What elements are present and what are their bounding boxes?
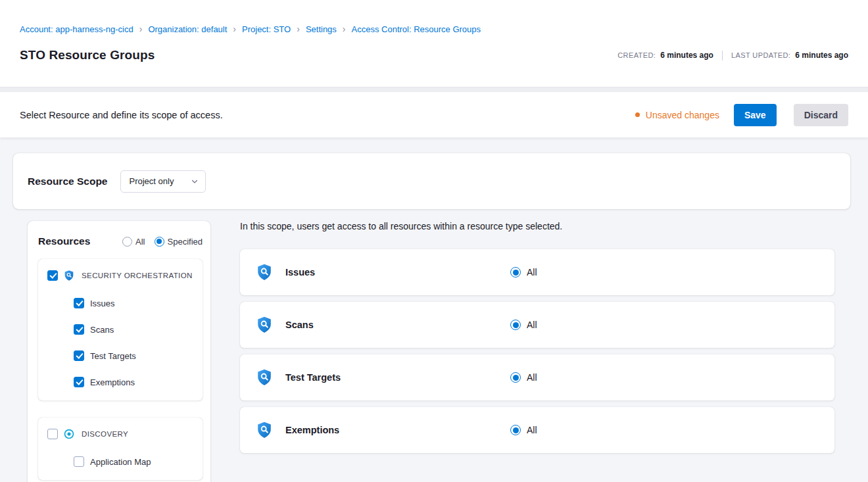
breadcrumb-project-link[interactable]: Project: STO xyxy=(242,24,291,34)
chevron-right-icon: › xyxy=(343,24,346,34)
sto-shield-icon xyxy=(255,421,274,439)
resource-checkbox-application-map[interactable]: Application Map xyxy=(74,456,193,467)
item-label: Exemptions xyxy=(90,377,135,387)
resource-row-test-targets: Test Targets All xyxy=(240,354,834,400)
resources-panel: Resources All Specified xyxy=(28,221,210,482)
resource-row-label: Test Targets xyxy=(285,372,510,383)
access-label: All xyxy=(527,425,537,435)
created-value: 6 minutes ago xyxy=(660,51,713,60)
unsaved-changes-label: Unsaved changes xyxy=(646,110,719,120)
main-content: Resource Scope Project only Resources Al… xyxy=(0,137,868,482)
toolbar-actions: Unsaved changes Save Discard xyxy=(635,104,848,126)
radio-unselected-icon[interactable] xyxy=(122,237,132,247)
breadcrumb-access-control-link[interactable]: Access Control: Resource Groups xyxy=(352,24,481,34)
unsaved-changes-indicator: Unsaved changes xyxy=(635,110,719,120)
radio-selected-icon[interactable] xyxy=(510,267,521,277)
breadcrumb: Account: app-harness-ng-cicd › Organizat… xyxy=(20,0,848,34)
access-label: All xyxy=(527,372,537,383)
resource-row-exemptions: Exemptions All xyxy=(240,407,834,453)
breadcrumb-account-link[interactable]: Account: app-harness-ng-cicd xyxy=(20,24,133,34)
radio-selected-icon[interactable] xyxy=(155,237,164,247)
scope-detail: In this scope, users get access to all r… xyxy=(240,221,834,460)
breadcrumb-settings-link[interactable]: Settings xyxy=(306,24,337,34)
access-radio-all[interactable]: All xyxy=(510,320,537,330)
radio-selected-icon[interactable] xyxy=(510,320,521,330)
save-button[interactable]: Save xyxy=(734,104,777,126)
access-radio-all[interactable]: All xyxy=(510,267,537,277)
group-header-discovery[interactable]: DISCOVERY xyxy=(47,428,193,440)
breadcrumb-organization-link[interactable]: Organization: default xyxy=(148,24,227,34)
resource-checkbox-test-targets[interactable]: Test Targets xyxy=(74,350,193,361)
radio-specified-label: Specified xyxy=(168,237,203,247)
resource-group-security-orchestration: SECURITY ORCHESTRATION Issues Scans xyxy=(38,259,203,400)
discard-button[interactable]: Discard xyxy=(794,104,848,126)
access-radio-all[interactable]: All xyxy=(510,372,537,383)
access-label: All xyxy=(527,320,537,330)
access-radio-all[interactable]: All xyxy=(510,425,537,435)
item-label: Application Map xyxy=(90,457,151,467)
resource-groups-page: Account: app-harness-ng-cicd › Organizat… xyxy=(0,0,868,482)
scope-detail-description: In this scope, users get access to all r… xyxy=(240,221,834,231)
checkbox-checked-icon[interactable] xyxy=(74,377,84,387)
resource-row-label: Scans xyxy=(285,320,510,330)
group-label: DISCOVERY xyxy=(82,430,128,438)
chevron-right-icon: › xyxy=(233,24,236,34)
resource-group-discovery: DISCOVERY Application Map xyxy=(38,418,203,480)
radio-selected-icon[interactable] xyxy=(510,425,521,435)
sto-shield-icon xyxy=(255,263,274,281)
group-label: SECURITY ORCHESTRATION xyxy=(82,272,193,279)
access-label: All xyxy=(527,267,537,277)
checkbox-unchecked-icon[interactable] xyxy=(74,456,84,467)
content-columns: Resources All Specified xyxy=(28,221,834,482)
resource-row-scans: Scans All xyxy=(240,302,834,348)
unsaved-dot-icon xyxy=(635,112,640,117)
header-toolbar-divider xyxy=(0,87,868,92)
resource-row-label: Issues xyxy=(285,267,510,277)
discovery-icon xyxy=(63,428,75,440)
page-title: STO Resource Groups xyxy=(20,48,155,62)
created-label: CREATED: xyxy=(617,51,656,59)
group-header-security-orchestration[interactable]: SECURITY ORCHESTRATION xyxy=(47,270,193,281)
group-items: Application Map xyxy=(47,456,193,467)
checkbox-checked-icon[interactable] xyxy=(47,270,58,281)
resource-row-label: Exemptions xyxy=(285,425,510,435)
radio-all-option[interactable]: All xyxy=(122,237,145,247)
resource-scope-selected-value: Project only xyxy=(129,176,174,186)
action-toolbar: Select Resource and define its scope of … xyxy=(0,92,868,137)
resource-checkbox-scans[interactable]: Scans xyxy=(74,324,193,335)
sto-shield-icon xyxy=(255,368,274,387)
resource-scope-select[interactable]: Project only xyxy=(120,170,206,193)
sto-shield-icon xyxy=(255,316,274,334)
meta-divider xyxy=(722,51,723,60)
page-header: Account: app-harness-ng-cicd › Organizat… xyxy=(0,0,868,87)
checkbox-checked-icon[interactable] xyxy=(74,298,84,308)
resource-checkbox-exemptions[interactable]: Exemptions xyxy=(74,377,193,387)
group-items: Issues Scans Test Targets Exemption xyxy=(47,298,193,387)
checkbox-checked-icon[interactable] xyxy=(74,324,84,335)
chevron-down-icon xyxy=(191,178,199,185)
item-label: Scans xyxy=(90,325,114,335)
last-updated-label: LAST UPDATED: xyxy=(731,51,790,59)
chevron-right-icon: › xyxy=(297,24,300,34)
resource-row-issues: Issues All xyxy=(240,249,834,295)
radio-all-label: All xyxy=(135,237,145,247)
resource-scope-card: Resource Scope Project only xyxy=(13,153,850,209)
radio-specified-option[interactable]: Specified xyxy=(155,237,203,247)
resources-title: Resources xyxy=(38,235,90,247)
toolbar-description: Select Resource and define its scope of … xyxy=(20,110,223,120)
item-label: Issues xyxy=(90,299,115,308)
item-label: Test Targets xyxy=(90,351,136,361)
meta-info: CREATED: 6 minutes ago LAST UPDATED: 6 m… xyxy=(617,51,848,60)
checkbox-unchecked-icon[interactable] xyxy=(47,429,58,439)
checkbox-checked-icon[interactable] xyxy=(74,350,84,361)
title-row: STO Resource Groups CREATED: 6 minutes a… xyxy=(20,48,848,62)
sto-shield-icon xyxy=(63,270,75,281)
resources-panel-header: Resources All Specified xyxy=(38,235,203,247)
chevron-right-icon: › xyxy=(139,24,143,34)
resource-checkbox-issues[interactable]: Issues xyxy=(74,298,193,308)
last-updated-value: 6 minutes ago xyxy=(795,51,848,60)
radio-selected-icon[interactable] xyxy=(510,372,521,383)
resource-scope-title: Resource Scope xyxy=(28,176,107,187)
